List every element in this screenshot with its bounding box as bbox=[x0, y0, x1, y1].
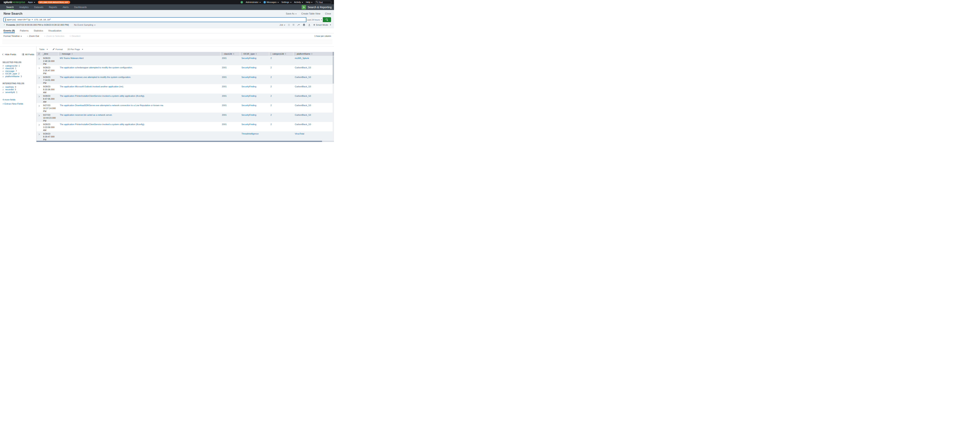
apps-menu[interactable]: Apps bbox=[28, 1, 35, 3]
app-nav-item[interactable]: Analytics bbox=[16, 4, 31, 10]
messages-menu[interactable]: 5Messages bbox=[263, 1, 279, 3]
current-app-badge[interactable]: SPLUNK-FOR-INDUSTRIAL-IOT bbox=[38, 1, 70, 4]
column-header-time[interactable]: _time bbox=[41, 52, 58, 56]
cell-classuid: 2001 bbox=[220, 75, 240, 84]
search-mode-menu[interactable]: Smart Mode bbox=[313, 24, 331, 26]
column-header-info[interactable]: i bbox=[37, 52, 41, 56]
sort-icon[interactable] bbox=[311, 52, 312, 55]
field-item[interactable]: a recordId 9 bbox=[3, 88, 34, 91]
pencil-icon bbox=[52, 48, 55, 50]
timeline-chart[interactable] bbox=[2, 39, 332, 44]
app-nav-item[interactable]: Search bbox=[3, 4, 16, 10]
field-type-icon: a bbox=[3, 73, 4, 75]
sort-icon[interactable] bbox=[256, 52, 257, 55]
print-icon[interactable] bbox=[303, 24, 305, 26]
zoom-out-button[interactable]: −Zoom Out bbox=[27, 35, 39, 37]
app-nav-item[interactable]: Alerts bbox=[60, 4, 72, 10]
column-header-message[interactable]: message bbox=[58, 52, 220, 56]
column-header-ocsftype[interactable]: OCSF_type bbox=[240, 52, 269, 56]
deselect-button[interactable]: ×Deselect bbox=[70, 35, 80, 37]
settings-menu[interactable]: Settings bbox=[282, 1, 291, 3]
field-item[interactable]: a platformName 3 bbox=[3, 75, 34, 78]
expand-row-button[interactable] bbox=[37, 65, 41, 74]
results-tab[interactable]: Patterns bbox=[20, 28, 29, 33]
field-item[interactable]: a message 7 bbox=[3, 70, 34, 73]
vertical-scrollbar-thumb[interactable] bbox=[332, 56, 334, 84]
expand-row-button[interactable] bbox=[37, 84, 41, 93]
results-tab[interactable]: Visualization bbox=[48, 28, 61, 33]
expand-row-button[interactable] bbox=[37, 75, 41, 84]
zoom-to-selection-button[interactable]: +Zoom to Selection bbox=[44, 35, 64, 37]
user-menu[interactable]: Administrator bbox=[246, 1, 261, 3]
table-view-menu[interactable]: Table bbox=[39, 48, 48, 51]
activity-menu[interactable]: Activity bbox=[294, 1, 303, 3]
results-tab[interactable]: Events (9) bbox=[3, 28, 15, 33]
create-table-view-button[interactable]: Create Table View bbox=[301, 12, 320, 15]
chevron-right-icon bbox=[38, 96, 40, 97]
app-nav-item[interactable]: Dashboards bbox=[72, 4, 89, 10]
app-nav-item[interactable]: Reports bbox=[46, 4, 60, 10]
cell-classuid: 2001 bbox=[220, 56, 240, 65]
sort-icon[interactable] bbox=[233, 52, 234, 55]
all-fields-button[interactable]: All Fields bbox=[22, 53, 34, 55]
cell-message: The application DownloadSDKServer.exe at… bbox=[58, 103, 220, 112]
field-item[interactable]: a rawData 9 bbox=[3, 86, 34, 88]
export-download-icon[interactable] bbox=[308, 24, 310, 26]
search-input[interactable]: queryai search="ip = 172.16.16.10" bbox=[3, 17, 306, 22]
drag-handle-icon[interactable] bbox=[270, 53, 271, 55]
expand-row-button[interactable] bbox=[37, 122, 41, 131]
expand-row-button[interactable] bbox=[37, 93, 41, 103]
cell-platformname: CarbonBlack_S3 bbox=[293, 122, 334, 131]
format-timeline-menu[interactable]: Format Timeline bbox=[3, 35, 22, 37]
extract-new-fields-link[interactable]: +Extract New Fields bbox=[3, 103, 34, 105]
expand-row-button[interactable] bbox=[37, 112, 41, 122]
field-item[interactable]: a OCSF_type 2 bbox=[3, 73, 34, 75]
field-item[interactable]: # categoryUid 1 bbox=[3, 65, 34, 67]
app-nav: SearchAnalyticsDatasetsReportsAlertsDash… bbox=[3, 4, 89, 10]
field-type-icon: a bbox=[3, 88, 4, 91]
app-identity[interactable]: > Search & Reporting bbox=[302, 4, 334, 10]
search-query-text: queryai search="ip = 172.16.16.10" bbox=[7, 19, 51, 21]
cell-time: 9/27/23 10:37:14.000 PM bbox=[41, 103, 58, 112]
job-menu[interactable]: Job bbox=[280, 24, 285, 26]
drag-handle-icon[interactable] bbox=[222, 53, 223, 55]
more-fields-link[interactable]: 4 more fields bbox=[3, 98, 34, 101]
stop-icon[interactable] bbox=[293, 24, 294, 25]
horizontal-scrollbar[interactable] bbox=[37, 141, 334, 142]
drag-handle-icon[interactable] bbox=[60, 53, 60, 55]
column-header-categoryuid[interactable]: categoryUid bbox=[269, 52, 293, 56]
results-tab[interactable]: Statistics bbox=[34, 28, 43, 33]
health-check-icon[interactable]: ✓ bbox=[240, 1, 243, 3]
pause-icon[interactable] bbox=[288, 24, 290, 26]
column-header-platformname[interactable]: platformName bbox=[293, 52, 334, 56]
expand-row-button[interactable] bbox=[37, 56, 41, 65]
per-page-menu[interactable]: 20 Per Page bbox=[67, 48, 83, 51]
format-results-menu[interactable]: Format bbox=[52, 48, 63, 51]
sort-icon[interactable] bbox=[72, 52, 73, 55]
app-nav-item[interactable]: Datasets bbox=[31, 4, 46, 10]
sort-icon[interactable] bbox=[285, 52, 286, 55]
drag-handle-icon[interactable] bbox=[241, 53, 242, 55]
column-header-classuid[interactable]: classUid bbox=[220, 52, 240, 56]
messages-count-badge: 5 bbox=[263, 1, 266, 3]
events-table-header: i _time message classUid OCSF_type categ… bbox=[37, 52, 334, 56]
run-search-button[interactable] bbox=[323, 17, 331, 22]
drag-handle-icon[interactable] bbox=[294, 53, 296, 55]
event-range: (9/27/23 8:00:00.000 PM to 9/28/23 8:39:… bbox=[16, 24, 69, 26]
expand-row-button[interactable] bbox=[37, 103, 41, 112]
find-search bbox=[315, 0, 331, 4]
save-as-button[interactable]: Save As bbox=[286, 12, 296, 15]
event-sampling-menu[interactable]: No Event Sampling bbox=[74, 24, 95, 26]
hide-fields-button[interactable]: Hide Fields bbox=[3, 53, 16, 55]
expand-row-button[interactable] bbox=[37, 131, 41, 141]
vertical-scrollbar[interactable] bbox=[332, 52, 334, 141]
field-item[interactable]: a severityId 1 bbox=[3, 91, 34, 93]
cell-message: The application schedwrapper attempted t… bbox=[58, 65, 220, 74]
time-range-picker[interactable]: Last 24 hours bbox=[306, 17, 323, 22]
horizontal-scrollbar-thumb[interactable] bbox=[37, 141, 322, 142]
share-icon[interactable] bbox=[298, 24, 300, 26]
help-menu[interactable]: Help bbox=[306, 1, 312, 3]
cell-ocsftype: SecurityFinding bbox=[240, 56, 269, 65]
field-item[interactable]: # classUid 1 bbox=[3, 67, 34, 70]
close-button[interactable]: Close bbox=[325, 12, 331, 15]
